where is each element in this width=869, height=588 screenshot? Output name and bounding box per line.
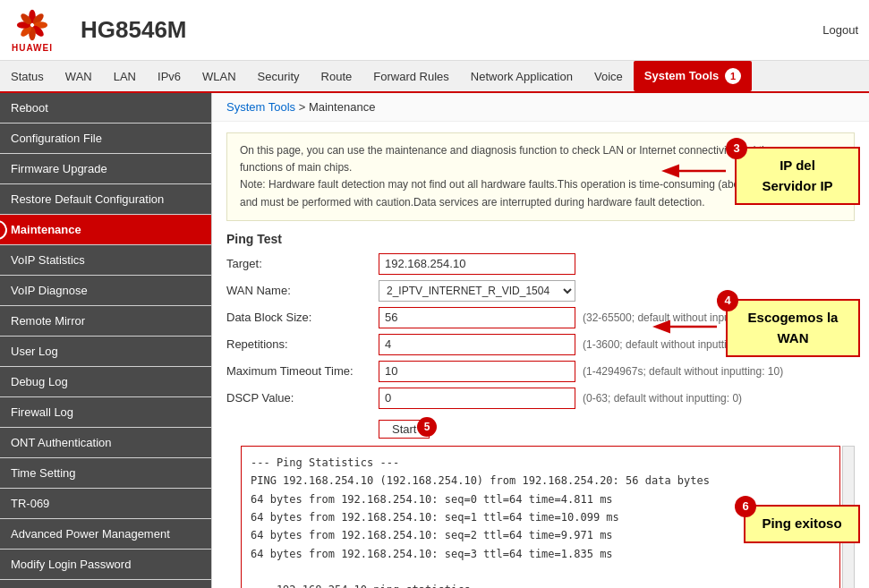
ping-wan-select[interactable]: 2_IPTV_INTERNET_R_VID_1504 [379,280,575,302]
sidebar-item-firmware[interactable]: Firmware Upgrade [0,154,211,184]
sidebar-item-voip-stats[interactable]: VoIP Statistics [0,245,211,276]
ping-dscp-row: DSCP Value: (0-63; default without input… [226,388,855,409]
nav-system-tools[interactable]: System Tools 1 [634,61,752,91]
annotation-circle-3: 3 [726,138,747,159]
sidebar-item-voip-diagnose[interactable]: VoIP Diagnose [0,276,211,306]
ping-repetitions-label: Repetitions: [226,337,379,351]
result-line6: 64 bytes from 192.168.254.10: seq=3 ttl=… [251,545,823,563]
annotation-bubble-4: Escogemos laWAN 4 [726,299,860,357]
annotation-circle-6: 6 [735,496,756,517]
nav-forward-rules[interactable]: Forward Rules [362,63,460,90]
sidebar-item-user-log[interactable]: User Log [0,337,211,367]
nav-wan[interactable]: WAN [55,63,103,90]
breadcrumb-parent[interactable]: System Tools [226,100,295,114]
content-area: System Tools > Maintenance On this page,… [212,93,869,588]
nav-badge: 1 [725,68,741,84]
annotation-circle-5: 5 [417,417,437,437]
annotation-bubble-3: IP delServidor IP 3 [735,147,860,205]
navbar: Status WAN LAN IPv6 WLAN Security Route … [0,61,869,93]
ping-wan-label: WAN Name: [226,284,379,297]
sidebar-item-config-file[interactable]: Configuration File [0,124,211,154]
logout-button[interactable]: Logout [822,23,858,37]
ping-test-title: Ping Test [226,232,855,246]
ping-blocksize-input[interactable] [379,307,575,328]
ping-dscp-note: (0-63; default without inputting: 0) [583,392,742,405]
ping-start-button[interactable]: Start 5 [379,420,430,439]
annotation-circle-2: 2 [0,220,7,240]
annotation-bubble-6: Ping exitoso 6 [744,505,860,543]
huawei-logo [11,7,54,43]
sidebar-item-restore[interactable]: Restore Default Configuration [0,184,211,215]
info-line2: functions of main chips. [240,161,352,174]
sidebar-item-ont-auth[interactable]: ONT Authentication [0,428,211,458]
sidebar: Reboot Configuration File Firmware Upgra… [0,93,212,588]
nav-status[interactable]: Status [0,63,55,90]
sidebar-item-intelligent-channel[interactable]: Intelligent Channel Statistics [0,580,211,588]
ping-start-row: Start 5 [226,414,855,439]
sidebar-item-advanced-power[interactable]: Advanced Power Management [0,519,211,550]
ping-timeout-row: Maximum Timeout Time: (1-4294967s; defau… [226,361,855,382]
sidebar-item-remote-mirror[interactable]: Remote Mirror [0,306,211,337]
info-line4: and must be performed with caution.Data … [240,196,705,209]
result-line5: 64 bytes from 192.168.254.10: seq=2 ttl=… [251,526,823,544]
nav-voice[interactable]: Voice [584,63,634,90]
ping-repetitions-input[interactable] [379,334,575,355]
sidebar-item-reboot[interactable]: Reboot [0,93,211,124]
info-line3: Note: Hardware fault detection may not f… [240,178,802,191]
sidebar-item-modify-login[interactable]: Modify Login Password [0,550,211,580]
breadcrumb-separator: > [299,100,309,114]
result-line1: --- Ping Statistics --- [251,454,823,472]
ping-target-label: Target: [226,257,379,270]
ping-blocksize-label: Data Block Size: [226,311,379,324]
sidebar-item-time-setting[interactable]: Time Setting [0,458,211,489]
ping-timeout-input[interactable] [379,361,575,382]
nav-wlan[interactable]: WLAN [192,63,247,90]
nav-lan[interactable]: LAN [103,63,147,90]
annotation-circle-4: 4 [717,290,738,311]
result-line2: PING 192.168.254.10 (192.168.254.10) fro… [251,472,823,490]
sidebar-item-tr069[interactable]: TR-069 [0,489,211,519]
ping-dscp-input[interactable] [379,388,575,409]
info-line1: On this page, you can use the maintenanc… [240,144,773,157]
ping-timeout-note: (1-4294967s; default without inputting: … [583,365,783,378]
nav-route[interactable]: Route [311,63,363,90]
breadcrumb-current: Maintenance [309,100,375,114]
model-title: HG8546M [81,16,822,44]
nav-network-application[interactable]: Network Application [460,63,584,90]
sidebar-item-maintenance[interactable]: Maintenance 2 [0,215,211,245]
breadcrumb: System Tools > Maintenance [212,93,869,122]
brand-label: HUAWEI [12,43,53,53]
ping-target-input[interactable] [379,253,575,275]
result-line7 [251,563,823,581]
nav-ipv6[interactable]: IPv6 [147,63,192,90]
ping-target-row: Target: [226,253,855,275]
ping-timeout-label: Maximum Timeout Time: [226,364,379,378]
result-line8: --- 192.168.254.10 ping statistics --- [251,581,823,588]
sidebar-item-debug-log[interactable]: Debug Log [0,367,211,397]
ping-dscp-label: DSCP Value: [226,391,379,405]
sidebar-item-firewall-log[interactable]: Firewall Log [0,397,211,428]
nav-security[interactable]: Security [247,63,311,90]
